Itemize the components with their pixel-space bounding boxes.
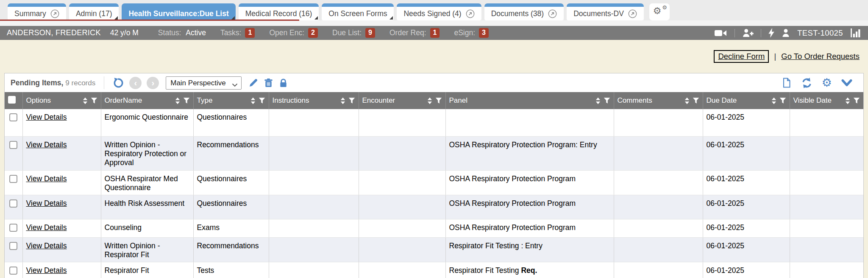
undo-button[interactable] (113, 77, 124, 89)
tasks-count-badge[interactable]: 1 (245, 28, 255, 38)
view-details-link[interactable]: View Details (26, 223, 67, 232)
view-details-link[interactable]: View Details (26, 241, 67, 250)
column-header-type[interactable]: Type (197, 96, 213, 105)
open-enc-count-badge[interactable]: 2 (308, 28, 318, 38)
sort-icon[interactable] (684, 97, 690, 104)
bar-chart-icon[interactable] (850, 28, 861, 38)
view-details-link[interactable]: View Details (26, 199, 67, 208)
next-perspective-button[interactable]: › (147, 77, 159, 89)
tab-settings-gears-button[interactable]: ⚙ ⚙ (649, 3, 670, 20)
tab-on-screen-forms[interactable]: On Screen Forms (322, 3, 394, 20)
sort-icon[interactable] (845, 97, 850, 104)
row-checkbox[interactable] (9, 175, 17, 183)
cell-order-name: Written Opinion - Respirator Fit (101, 237, 193, 262)
sort-icon[interactable] (83, 97, 88, 104)
tab-admin[interactable]: Admin (17) (69, 3, 119, 20)
toolbar-right-actions: ⚙ (782, 77, 857, 89)
filter-icon[interactable] (779, 97, 786, 104)
cell-due-date: 06-01-2025 (703, 262, 790, 278)
select-all-checkbox[interactable] (8, 96, 16, 104)
view-details-link[interactable]: View Details (26, 140, 67, 149)
row-checkbox[interactable] (9, 224, 17, 232)
view-details-link[interactable]: View Details (26, 266, 67, 275)
row-checkbox[interactable] (9, 267, 17, 275)
stat-open-enc[interactable]: Open Enc: 2 (269, 28, 318, 38)
delete-perspective-button[interactable] (264, 78, 273, 88)
cell-visible-date (790, 195, 863, 219)
collapse-panel-button[interactable] (841, 79, 852, 87)
esign-count-badge[interactable]: 3 (479, 28, 489, 38)
tab-menu-corner-icon (231, 16, 235, 20)
decline-form-link[interactable]: Decline Form (714, 50, 769, 63)
sort-icon[interactable] (595, 97, 601, 104)
popout-icon[interactable] (548, 9, 557, 18)
row-checkbox[interactable] (9, 242, 17, 250)
new-document-button[interactable] (782, 77, 792, 88)
go-to-order-requests-link[interactable]: Go To Order Requests (781, 52, 860, 61)
row-checkbox[interactable] (9, 141, 17, 149)
view-details-link[interactable]: View Details (26, 174, 67, 183)
filter-icon[interactable] (693, 97, 699, 104)
sort-icon[interactable] (175, 97, 180, 104)
column-header-options[interactable]: Options (26, 96, 51, 105)
filter-icon[interactable] (435, 97, 442, 104)
popout-icon[interactable] (50, 9, 59, 18)
person-icon[interactable] (782, 28, 790, 37)
grid-settings-button[interactable]: ⚙ (822, 77, 832, 89)
cell-comments (614, 170, 703, 195)
lock-perspective-button[interactable] (278, 78, 288, 88)
video-camera-icon[interactable] (715, 29, 727, 37)
tab-medical-record-label: Medical Record (16) (245, 9, 312, 18)
patient-id: TEST-10025 (797, 28, 843, 38)
sort-icon[interactable] (427, 97, 432, 104)
filter-icon[interactable] (853, 97, 860, 104)
filter-icon[interactable] (348, 97, 355, 104)
tab-needs-signed[interactable]: Needs Signed (4) (397, 3, 481, 20)
panel-title: Pending Items, 9 records (11, 79, 95, 87)
tab-health-surveillance-due-list[interactable]: Health Surveillance:Due List (122, 3, 235, 20)
filter-icon[interactable] (604, 97, 610, 104)
tab-summary[interactable]: Summary (8, 3, 66, 20)
filter-icon[interactable] (91, 97, 97, 104)
row-checkbox[interactable] (9, 113, 17, 121)
column-header-order-name[interactable]: OrderName (105, 96, 142, 105)
tab-documents[interactable]: Documents (38) (484, 3, 564, 20)
column-header-visible-date[interactable]: Visible Date (793, 96, 832, 105)
tab-menu-corner-icon (314, 16, 318, 20)
popout-icon[interactable] (628, 9, 637, 18)
sort-icon[interactable] (250, 97, 256, 104)
sort-icon[interactable] (771, 97, 776, 104)
cell-visible-date (790, 219, 863, 237)
stat-order-req[interactable]: Order Req: 1 (389, 28, 440, 38)
column-header-instructions[interactable]: Instructions (273, 96, 309, 105)
stat-due-list[interactable]: Due List: 9 (332, 28, 375, 38)
column-header-comments[interactable]: Comments (618, 96, 652, 105)
row-checkbox[interactable] (9, 199, 17, 208)
edit-perspective-button[interactable] (248, 78, 259, 88)
previous-perspective-button[interactable]: ‹ (129, 77, 142, 89)
due-list-count-badge[interactable]: 9 (365, 28, 375, 38)
cell-comments (614, 136, 703, 170)
tab-medical-record[interactable]: Medical Record (16) (239, 3, 319, 20)
pending-items-toolbar: Pending Items, 9 records ‹ › Main Perspe… (5, 73, 863, 92)
perspective-select[interactable]: Main Perspective (166, 76, 242, 90)
refresh-button[interactable] (801, 77, 812, 89)
divider (104, 76, 104, 89)
chevron-down-icon (841, 79, 852, 87)
view-details-link[interactable]: View Details (26, 113, 67, 121)
tab-menu-corner-icon (389, 16, 393, 20)
filter-icon[interactable] (183, 97, 190, 104)
column-header-due-date[interactable]: Due Date (707, 96, 737, 105)
sort-icon[interactable] (340, 97, 345, 104)
popout-icon[interactable] (466, 9, 475, 18)
tab-documents-dv[interactable]: Documents-DV (567, 3, 644, 20)
column-header-encounter[interactable]: Encounter (362, 96, 395, 105)
lightning-icon[interactable] (768, 28, 774, 38)
column-header-panel[interactable]: Panel (449, 96, 467, 105)
stat-tasks[interactable]: Tasks: 1 (220, 28, 255, 38)
order-req-count-badge[interactable]: 1 (430, 28, 440, 38)
stat-esign[interactable]: eSign: 3 (454, 28, 489, 38)
add-person-icon[interactable] (742, 28, 754, 37)
filter-icon[interactable] (259, 97, 265, 104)
perspective-select-wrap: Main Perspective (166, 76, 242, 90)
